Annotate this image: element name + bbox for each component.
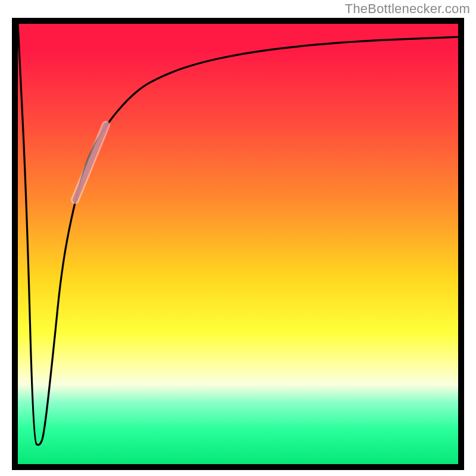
curve-highlight-core (75, 125, 106, 200)
curve-layer (18, 24, 458, 464)
chart-container: TheBottlenecker.com (0, 0, 476, 476)
attribution-text: TheBottlenecker.com (345, 1, 470, 17)
plot-area (12, 18, 464, 470)
bottleneck-curve (18, 24, 458, 445)
